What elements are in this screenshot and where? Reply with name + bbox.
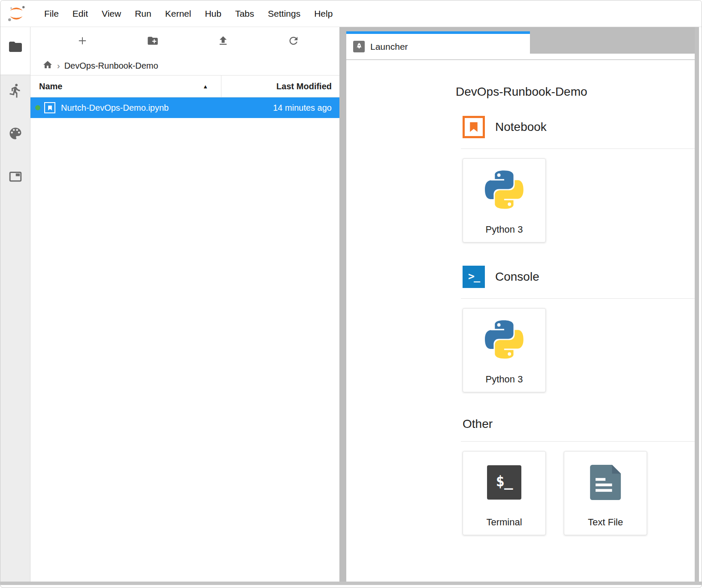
menu-hub[interactable]: Hub <box>198 0 228 27</box>
new-folder-button[interactable] <box>143 32 162 51</box>
terminal-icon: $_ <box>487 461 521 504</box>
palette-icon <box>8 126 23 143</box>
dock-panel: Launcher DevOps-Runbook-Demo Notebook <box>346 27 695 582</box>
tab-bar-border <box>346 59 695 60</box>
card-label-terminal: Terminal <box>486 517 522 528</box>
section-header-other: Other <box>463 417 695 431</box>
python-icon <box>485 168 523 211</box>
section-header-notebook: Notebook <box>463 116 695 138</box>
section-label-other: Other <box>463 417 493 431</box>
workspace: › DevOps-Runbook-Demo Name ▲ Last Modifi… <box>0 27 702 582</box>
sidebar-item-running-sessions[interactable] <box>7 83 24 100</box>
home-icon[interactable] <box>42 60 53 72</box>
window-right-edge <box>695 27 699 582</box>
card-label-python3: Python 3 <box>486 374 523 385</box>
tab-launcher[interactable]: Launcher <box>346 31 530 59</box>
file-name: Nurtch-DevOps-Demo.ipynb <box>61 103 169 113</box>
breadcrumb: › DevOps-Runbook-Demo <box>30 56 339 75</box>
launcher-card-notebook-python3[interactable]: Python 3 <box>463 158 546 242</box>
sidebar-item-command-palette[interactable] <box>7 126 24 143</box>
panel-splitter[interactable] <box>339 27 346 582</box>
column-header-name[interactable]: Name ▲ <box>30 76 221 97</box>
console-icon: >_ <box>463 266 485 288</box>
file-list-header: Name ▲ Last Modified <box>30 75 339 97</box>
activity-sidebar <box>0 27 30 582</box>
tabs-icon <box>8 169 23 186</box>
section-divider <box>461 149 695 149</box>
menu-bar: File Edit View Run Kernel Hub Tabs Setti… <box>0 0 702 27</box>
menu-run[interactable]: Run <box>128 0 158 27</box>
file-last-modified: 14 minutes ago <box>273 103 339 113</box>
sidebar-item-open-tabs[interactable] <box>7 169 24 186</box>
section-label-notebook: Notebook <box>495 120 547 134</box>
card-label-text-file: Text File <box>588 517 623 528</box>
sort-ascending-icon: ▲ <box>203 83 208 90</box>
plus-icon <box>76 35 88 48</box>
section-divider <box>461 298 695 299</box>
file-browser-panel: › DevOps-Runbook-Demo Name ▲ Last Modifi… <box>30 27 339 582</box>
launcher-card-terminal[interactable]: $_ Terminal <box>463 451 546 535</box>
menu-settings[interactable]: Settings <box>261 0 307 27</box>
last-modified-column-label: Last Modified <box>276 82 332 91</box>
notebook-cards: Python 3 <box>463 158 695 242</box>
new-launcher-button[interactable] <box>73 32 92 51</box>
menu-kernel[interactable]: Kernel <box>158 0 198 27</box>
refresh-icon <box>287 35 300 48</box>
other-cards: $_ Terminal <box>463 451 695 535</box>
sidebar-background <box>0 75 30 582</box>
column-header-last-modified[interactable]: Last Modified <box>221 76 339 97</box>
python-icon <box>485 318 523 361</box>
tab-launcher-label: Launcher <box>370 42 408 52</box>
console-cards: Python 3 <box>463 308 695 392</box>
text-file-icon <box>590 461 621 504</box>
dock-tab-bar: Launcher <box>346 27 695 60</box>
notebook-icon <box>463 116 485 138</box>
menu-help[interactable]: Help <box>307 0 339 27</box>
menu-file[interactable]: File <box>37 0 66 27</box>
jupyterlab-window: File Edit View Run Kernel Hub Tabs Setti… <box>0 0 702 588</box>
section-label-console: Console <box>495 270 539 284</box>
jupyter-logo-icon <box>6 5 26 23</box>
notebook-file-icon <box>44 102 55 113</box>
menu-tabs[interactable]: Tabs <box>228 0 261 27</box>
upload-icon <box>217 35 229 48</box>
launcher-rocket-icon <box>353 41 365 52</box>
breadcrumb-current-folder[interactable]: DevOps-Runbook-Demo <box>64 61 158 71</box>
card-label-python3: Python 3 <box>486 224 523 235</box>
menu-edit[interactable]: Edit <box>66 0 95 27</box>
launcher-card-text-file[interactable]: Text File <box>564 451 647 535</box>
file-browser-toolbar <box>30 27 339 56</box>
refresh-button[interactable] <box>284 32 303 51</box>
new-folder-icon <box>147 35 159 48</box>
launcher-panel: DevOps-Runbook-Demo Notebook <box>346 60 695 582</box>
sidebar-item-file-browser[interactable] <box>7 39 24 56</box>
menu-view[interactable]: View <box>95 0 128 27</box>
launcher-title: DevOps-Runbook-Demo <box>456 85 695 99</box>
launcher-card-console-python3[interactable]: Python 3 <box>463 308 546 392</box>
running-icon <box>8 83 23 100</box>
window-bottom-edge <box>0 582 702 585</box>
kernel-running-indicator <box>35 105 40 110</box>
file-row-notebook[interactable]: Nurtch-DevOps-Demo.ipynb 14 minutes ago <box>30 97 339 118</box>
section-divider <box>461 441 695 442</box>
window-right-padding <box>699 27 702 582</box>
section-header-console: >_ Console <box>463 266 695 288</box>
name-column-label: Name <box>39 82 62 91</box>
folder-icon <box>8 39 23 56</box>
upload-button[interactable] <box>214 32 233 51</box>
breadcrumb-separator: › <box>57 61 60 71</box>
